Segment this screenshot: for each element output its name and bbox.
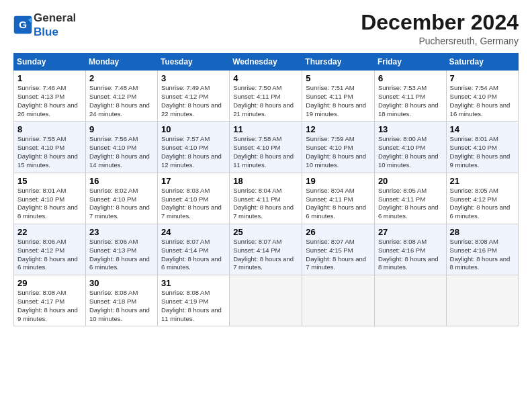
calendar-cell: 11Sunrise: 7:58 AMSunset: 4:10 PMDayligh… <box>230 122 302 173</box>
calendar-cell: 6Sunrise: 7:53 AMSunset: 4:11 PMDaylight… <box>374 71 446 122</box>
calendar-cell: 23Sunrise: 8:06 AMSunset: 4:13 PMDayligh… <box>85 224 157 275</box>
logo-icon: G <box>13 15 32 34</box>
calendar-cell: 22Sunrise: 8:06 AMSunset: 4:12 PMDayligh… <box>14 224 86 275</box>
day-info: Sunrise: 7:48 AMSunset: 4:12 PMDaylight:… <box>89 84 154 118</box>
day-info: Sunrise: 8:01 AMSunset: 4:10 PMDaylight:… <box>450 135 515 169</box>
day-number: 10 <box>161 124 226 134</box>
calendar-cell: 26Sunrise: 8:07 AMSunset: 4:15 PMDayligh… <box>302 224 375 275</box>
day-number: 26 <box>306 227 371 237</box>
calendar-cell: 13Sunrise: 8:00 AMSunset: 4:10 PMDayligh… <box>374 122 446 173</box>
day-info: Sunrise: 8:04 AMSunset: 4:11 PMDaylight:… <box>306 187 371 221</box>
weekday-row: SundayMondayTuesdayWednesdayThursdayFrid… <box>14 54 519 71</box>
day-info: Sunrise: 8:08 AMSunset: 4:18 PMDaylight:… <box>89 289 154 323</box>
calendar-cell: 21Sunrise: 8:05 AMSunset: 4:12 PMDayligh… <box>446 173 518 224</box>
calendar-cell <box>374 275 446 326</box>
calendar-cell: 25Sunrise: 8:07 AMSunset: 4:14 PMDayligh… <box>230 224 302 275</box>
calendar-cell: 15Sunrise: 8:01 AMSunset: 4:10 PMDayligh… <box>14 173 86 224</box>
day-info: Sunrise: 7:58 AMSunset: 4:10 PMDaylight:… <box>233 135 298 169</box>
calendar-cell <box>446 275 518 326</box>
weekday-header-friday: Friday <box>374 54 446 71</box>
day-number: 20 <box>378 176 443 186</box>
calendar-week-1: 1Sunrise: 7:46 AMSunset: 4:13 PMDaylight… <box>14 71 519 122</box>
calendar-cell: 14Sunrise: 8:01 AMSunset: 4:10 PMDayligh… <box>446 122 518 173</box>
day-number: 16 <box>89 176 154 186</box>
calendar-week-3: 15Sunrise: 8:01 AMSunset: 4:10 PMDayligh… <box>14 173 519 224</box>
day-number: 7 <box>450 73 515 83</box>
month-title: December 2024 <box>361 11 519 34</box>
day-number: 23 <box>89 227 154 237</box>
day-info: Sunrise: 8:03 AMSunset: 4:10 PMDaylight:… <box>161 187 226 221</box>
calendar-cell: 3Sunrise: 7:49 AMSunset: 4:12 PMDaylight… <box>158 71 230 122</box>
day-info: Sunrise: 7:54 AMSunset: 4:10 PMDaylight:… <box>450 84 515 118</box>
logo: G General Blue <box>13 11 76 39</box>
header: G General Blue December 2024 Puchersreut… <box>13 11 519 46</box>
calendar-cell: 9Sunrise: 7:56 AMSunset: 4:10 PMDaylight… <box>85 122 157 173</box>
day-info: Sunrise: 8:08 AMSunset: 4:16 PMDaylight:… <box>450 238 515 272</box>
day-number: 29 <box>17 278 82 288</box>
day-number: 22 <box>17 227 82 237</box>
day-info: Sunrise: 7:59 AMSunset: 4:10 PMDaylight:… <box>306 135 371 169</box>
day-number: 13 <box>378 124 443 134</box>
day-number: 24 <box>161 227 226 237</box>
calendar-cell: 2Sunrise: 7:48 AMSunset: 4:12 PMDaylight… <box>85 71 157 122</box>
calendar-cell: 19Sunrise: 8:04 AMSunset: 4:11 PMDayligh… <box>302 173 375 224</box>
calendar: SundayMondayTuesdayWednesdayThursdayFrid… <box>13 53 519 326</box>
day-number: 25 <box>233 227 298 237</box>
calendar-cell: 30Sunrise: 8:08 AMSunset: 4:18 PMDayligh… <box>85 275 157 326</box>
day-number: 14 <box>450 124 515 134</box>
calendar-cell: 1Sunrise: 7:46 AMSunset: 4:13 PMDaylight… <box>14 71 86 122</box>
calendar-cell: 27Sunrise: 8:08 AMSunset: 4:16 PMDayligh… <box>374 224 446 275</box>
day-info: Sunrise: 8:07 AMSunset: 4:14 PMDaylight:… <box>233 238 298 272</box>
day-number: 8 <box>17 124 82 134</box>
logo-general: General <box>34 11 76 24</box>
day-info: Sunrise: 7:50 AMSunset: 4:11 PMDaylight:… <box>233 84 298 118</box>
page: G General Blue December 2024 Puchersreut… <box>0 0 532 333</box>
title-block: December 2024 Puchersreuth, Germany <box>361 11 519 46</box>
day-number: 21 <box>450 176 515 186</box>
calendar-week-4: 22Sunrise: 8:06 AMSunset: 4:12 PMDayligh… <box>14 224 519 275</box>
calendar-cell: 17Sunrise: 8:03 AMSunset: 4:10 PMDayligh… <box>158 173 230 224</box>
weekday-header-saturday: Saturday <box>446 54 518 71</box>
day-number: 3 <box>161 73 226 83</box>
calendar-cell: 18Sunrise: 8:04 AMSunset: 4:11 PMDayligh… <box>230 173 302 224</box>
day-number: 5 <box>306 73 371 83</box>
calendar-header: SundayMondayTuesdayWednesdayThursdayFrid… <box>14 54 519 71</box>
calendar-cell <box>230 275 302 326</box>
calendar-week-2: 8Sunrise: 7:55 AMSunset: 4:10 PMDaylight… <box>14 122 519 173</box>
calendar-cell: 8Sunrise: 7:55 AMSunset: 4:10 PMDaylight… <box>14 122 86 173</box>
calendar-cell: 5Sunrise: 7:51 AMSunset: 4:11 PMDaylight… <box>302 71 375 122</box>
day-info: Sunrise: 8:04 AMSunset: 4:11 PMDaylight:… <box>233 187 298 221</box>
day-number: 2 <box>89 73 154 83</box>
day-info: Sunrise: 8:07 AMSunset: 4:15 PMDaylight:… <box>306 238 371 272</box>
day-info: Sunrise: 7:49 AMSunset: 4:12 PMDaylight:… <box>161 84 226 118</box>
weekday-header-monday: Monday <box>85 54 157 71</box>
svg-text:G: G <box>19 19 27 30</box>
day-info: Sunrise: 8:00 AMSunset: 4:10 PMDaylight:… <box>378 135 443 169</box>
day-number: 19 <box>306 176 371 186</box>
day-info: Sunrise: 8:06 AMSunset: 4:13 PMDaylight:… <box>89 238 154 272</box>
day-number: 30 <box>89 278 154 288</box>
day-info: Sunrise: 8:05 AMSunset: 4:12 PMDaylight:… <box>450 187 515 221</box>
calendar-cell <box>302 275 375 326</box>
day-number: 17 <box>161 176 226 186</box>
calendar-cell: 29Sunrise: 8:08 AMSunset: 4:17 PMDayligh… <box>14 275 86 326</box>
day-number: 15 <box>17 176 82 186</box>
weekday-header-sunday: Sunday <box>14 54 86 71</box>
day-number: 4 <box>233 73 298 83</box>
location: Puchersreuth, Germany <box>361 36 519 46</box>
day-info: Sunrise: 8:05 AMSunset: 4:11 PMDaylight:… <box>378 187 443 221</box>
calendar-week-5: 29Sunrise: 8:08 AMSunset: 4:17 PMDayligh… <box>14 275 519 326</box>
day-info: Sunrise: 7:51 AMSunset: 4:11 PMDaylight:… <box>306 84 371 118</box>
day-info: Sunrise: 7:46 AMSunset: 4:13 PMDaylight:… <box>17 84 82 118</box>
day-number: 6 <box>378 73 443 83</box>
day-info: Sunrise: 8:08 AMSunset: 4:16 PMDaylight:… <box>378 238 443 272</box>
day-info: Sunrise: 8:08 AMSunset: 4:17 PMDaylight:… <box>17 289 82 323</box>
logo-blue: Blue <box>34 26 58 38</box>
logo-text: General Blue <box>34 11 76 39</box>
day-number: 12 <box>306 124 371 134</box>
day-info: Sunrise: 7:55 AMSunset: 4:10 PMDaylight:… <box>17 135 82 169</box>
day-number: 1 <box>17 73 82 83</box>
weekday-header-wednesday: Wednesday <box>230 54 302 71</box>
day-number: 28 <box>450 227 515 237</box>
day-info: Sunrise: 8:02 AMSunset: 4:10 PMDaylight:… <box>89 187 154 221</box>
